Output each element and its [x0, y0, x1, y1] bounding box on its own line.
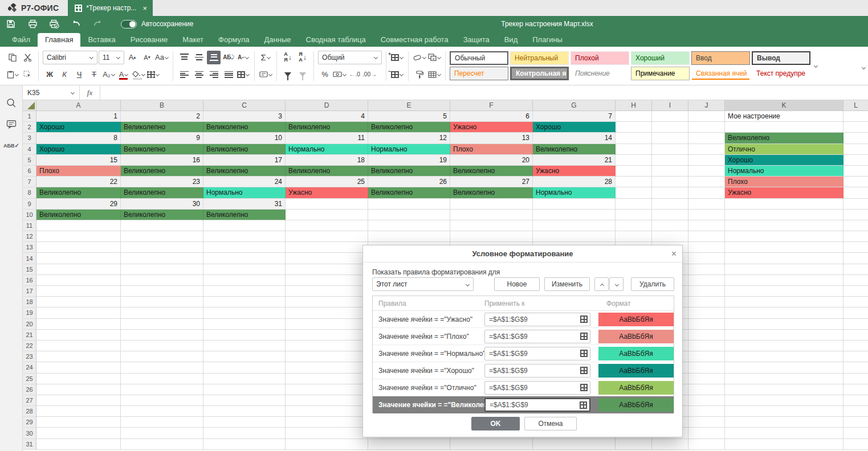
cell-F2[interactable]: Ужасно [450, 122, 533, 133]
cell-B4[interactable]: Великолепно [121, 144, 203, 155]
undo-button[interactable] [65, 16, 87, 32]
cell-L4[interactable] [843, 144, 868, 155]
cell-B31[interactable] [121, 439, 203, 450]
cell-C23[interactable] [203, 351, 286, 362]
cell-I31[interactable] [652, 439, 688, 450]
cell-C14[interactable] [203, 253, 286, 264]
cell-I2[interactable] [652, 122, 688, 133]
cell-H11[interactable] [616, 220, 652, 231]
cell-H31[interactable] [616, 439, 652, 450]
insert-cells-button[interactable]: + [390, 51, 404, 64]
cell-C8[interactable]: Нормально [203, 187, 286, 198]
dialog-title-bar[interactable]: Условное форматирование × [363, 245, 682, 263]
cell-K4[interactable]: Отлично [725, 144, 843, 155]
menu-tab-Плагины[interactable]: Плагины [525, 33, 570, 47]
cell-B8[interactable]: Великолепно [121, 187, 203, 198]
row-header-21[interactable]: 21 [23, 330, 36, 341]
cell-J11[interactable] [688, 220, 725, 231]
cell-C28[interactable] [203, 406, 286, 417]
cell-E2[interactable]: Великолепно [368, 122, 450, 133]
cell-G5[interactable]: 21 [533, 155, 616, 166]
cell-A19[interactable] [36, 308, 121, 318]
cell-L24[interactable] [843, 362, 868, 373]
delete-rule-button[interactable]: Удалить [631, 277, 674, 291]
cell-K15[interactable] [725, 264, 843, 275]
cell-D28[interactable] [286, 406, 368, 417]
cell-D24[interactable] [286, 362, 368, 373]
bold-button[interactable]: Ж [43, 68, 56, 81]
cell-C2[interactable]: Великолепно [203, 122, 286, 133]
menu-tab-Данные[interactable]: Данные [257, 33, 299, 47]
cell-F31[interactable] [450, 439, 533, 450]
row-header-2[interactable]: 2 [23, 122, 36, 133]
cell-K3[interactable]: Великолепно [725, 133, 843, 144]
cell-C30[interactable] [203, 428, 286, 438]
cell-J6[interactable] [688, 166, 725, 177]
print-button[interactable] [22, 16, 43, 32]
cell-C20[interactable] [203, 319, 286, 330]
menu-tab-Совместная работа[interactable]: Совместная работа [373, 33, 456, 47]
row-header-9[interactable]: 9 [23, 199, 36, 210]
cell-L22[interactable] [843, 341, 868, 351]
row-header-14[interactable]: 14 [23, 253, 36, 264]
row-header-19[interactable]: 19 [23, 308, 36, 318]
cell-B7[interactable]: 23 [121, 177, 203, 187]
cell-G4[interactable]: Великолепно [533, 144, 616, 155]
cell-J3[interactable] [688, 133, 725, 144]
cell-A10[interactable]: Великолепно [36, 210, 121, 220]
row-header-11[interactable]: 11 [23, 220, 36, 231]
search-button[interactable] [0, 98, 23, 108]
formula-input[interactable] [100, 85, 868, 100]
cell-E5[interactable]: 19 [368, 155, 450, 166]
cell-K18[interactable] [725, 297, 843, 308]
column-header-I[interactable]: I [652, 100, 688, 110]
clear-filter-button[interactable] [296, 68, 309, 81]
cell-J17[interactable] [688, 286, 725, 297]
cell-A2[interactable]: Хорошо [36, 122, 121, 133]
row-header-17[interactable]: 17 [23, 286, 36, 297]
cell-J4[interactable] [688, 144, 725, 155]
menu-tab-Защита[interactable]: Защита [456, 33, 497, 47]
cell-G10[interactable] [533, 210, 616, 220]
cell-A21[interactable] [36, 330, 121, 341]
cell-I8[interactable] [652, 187, 688, 198]
percent-style-button[interactable]: % [318, 68, 332, 81]
menu-tab-Вставка[interactable]: Вставка [80, 33, 123, 47]
cell-A5[interactable]: 15 [36, 155, 121, 166]
cell-D5[interactable]: 18 [286, 155, 368, 166]
cell-L25[interactable] [843, 374, 868, 384]
named-ranges-button[interactable] [259, 68, 272, 81]
cell-D3[interactable]: 11 [286, 133, 368, 144]
cell-L29[interactable] [843, 417, 868, 428]
autosum-button[interactable]: Σ [259, 51, 272, 64]
cell-C17[interactable] [203, 286, 286, 297]
cell-B19[interactable] [121, 308, 203, 318]
cell-I5[interactable] [652, 155, 688, 166]
column-header-B[interactable]: B [121, 100, 203, 110]
cell-A4[interactable]: Хорошо [36, 144, 121, 155]
cut-button[interactable] [21, 51, 34, 64]
menu-tab-Формула[interactable]: Формула [211, 33, 256, 47]
cell-L15[interactable] [843, 264, 868, 275]
cell-C10[interactable]: Великолепно [203, 210, 286, 220]
cell-D10[interactable] [286, 210, 368, 220]
cell-B5[interactable]: 16 [121, 155, 203, 166]
cell-K29[interactable] [725, 417, 843, 428]
cell-K19[interactable] [725, 308, 843, 318]
increase-font-button[interactable]: А▴ [125, 51, 139, 64]
cell-A30[interactable] [36, 428, 121, 438]
strikethrough-button[interactable]: Т [87, 68, 101, 81]
cell-style-Ввод[interactable]: Ввод [691, 51, 750, 65]
cell-A1[interactable]: 1 [36, 111, 121, 122]
column-header-C[interactable]: C [203, 100, 286, 110]
cell-C9[interactable]: 31 [203, 199, 286, 210]
increase-decimal-button[interactable]: .00→ [362, 68, 377, 81]
select-all-button[interactable] [23, 100, 36, 110]
cell-D16[interactable] [286, 275, 368, 286]
row-header-15[interactable]: 15 [23, 264, 36, 275]
cell-D1[interactable]: 4 [286, 111, 368, 122]
cell-C31[interactable] [203, 439, 286, 450]
cell-J21[interactable] [688, 330, 725, 341]
cell-C27[interactable] [203, 395, 286, 406]
cell-I12[interactable] [652, 231, 688, 242]
